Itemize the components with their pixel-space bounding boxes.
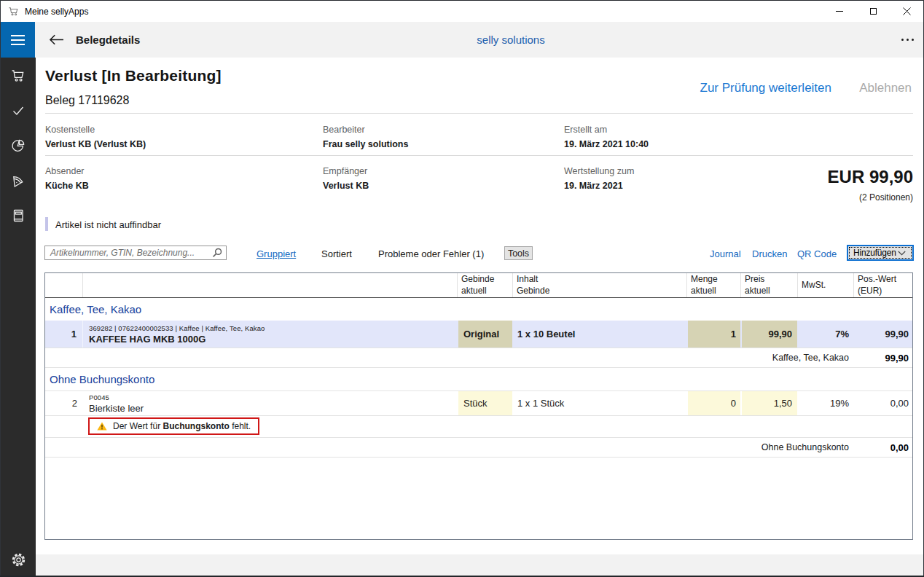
row-divider <box>45 457 912 458</box>
header-poswert: Pos.-Wert (EUR) <box>854 273 912 297</box>
divider <box>45 155 913 156</box>
close-button[interactable] <box>890 1 923 22</box>
window-border-left <box>0 0 1 577</box>
hamburger-button[interactable] <box>0 22 35 58</box>
sidebar-item-food[interactable] <box>1 163 36 198</box>
meta-label-wertstellung: Wertstellung zum <box>564 166 634 176</box>
forward-for-review-link[interactable]: Zur Prüfung weiterleiten <box>700 81 831 95</box>
row1-mwst: 7% <box>798 321 854 348</box>
table-row-1[interactable]: 1 369282 | 07622400002533 | Kaffee | Kaf… <box>45 321 912 348</box>
document-title: Verlust [In Bearbeitung] <box>45 67 222 85</box>
tools-button[interactable]: Tools <box>504 246 533 260</box>
meta-value-absender: Küche KB <box>45 181 89 191</box>
row1-article-name: KAFFEE HAG MKB 1000G <box>89 334 205 345</box>
meta-label-kostenstelle: Kostenstelle <box>45 125 95 135</box>
row2-article-name: Bierkiste leer <box>89 403 144 414</box>
cart-icon <box>10 68 26 84</box>
header-inhalt: Inhalt Gebinde <box>513 273 687 297</box>
row2-number: 2 <box>45 391 83 415</box>
qr-code-link[interactable]: QR Code <box>797 248 837 259</box>
warning-row: Der Wert für Buchungskonto fehlt. <box>45 416 912 437</box>
row2-menge[interactable]: 0 <box>687 391 741 415</box>
row2-inhalt: 1 x 1 Stück <box>513 391 687 415</box>
meta-value-bearbeiter: Frau selly solutions <box>323 139 408 149</box>
total-positions: (2 Positionen) <box>859 192 913 203</box>
back-button[interactable] <box>44 27 68 52</box>
app-window: Meine sellyApps Belegdetails selly solut… <box>0 0 924 577</box>
row2-gebinde[interactable]: Stück <box>458 391 513 415</box>
header-menge: Menge aktuell <box>687 273 741 297</box>
add-button[interactable]: Hinzufügen <box>847 245 914 261</box>
subtotal-label: Kaffee, Tee, Kakao <box>772 348 849 367</box>
meta-label-erstellt-am: Erstellt am <box>564 125 607 135</box>
sidebar-item-approve[interactable] <box>1 93 36 128</box>
search-input[interactable]: Artikelnummer, GTIN, Bezeichnung... <box>44 246 227 260</box>
sidebar-item-settings[interactable] <box>1 542 36 577</box>
meta-value-wertstellung: 19. März 2021 <box>564 181 623 191</box>
page-title: Belegdetails <box>76 22 140 58</box>
divider <box>45 113 913 114</box>
document-number: Beleg 17119628 <box>45 94 129 107</box>
header-article <box>83 273 458 297</box>
print-link[interactable]: Drucken <box>752 248 787 259</box>
nav-header: Belegdetails selly solutions <box>1 22 923 58</box>
row2-preis[interactable]: 1,50 <box>741 391 798 415</box>
journal-link[interactable]: Journal <box>710 248 741 259</box>
total-amount: EUR 99,90 <box>828 167 913 187</box>
subtotal-row-kaffee: Kaffee, Tee, Kakao 99,90 <box>45 348 912 367</box>
title-bar: Meine sellyApps <box>1 1 923 22</box>
header-rownum <box>45 273 83 297</box>
maximize-icon <box>870 8 877 15</box>
table-header-row: Gebinde aktuell Inhalt Gebinde Menge akt… <box>45 273 912 297</box>
hamburger-icon <box>11 35 25 36</box>
positions-table: Gebinde aktuell Inhalt Gebinde Menge akt… <box>44 272 913 540</box>
group-header-kaffee: Kaffee, Tee, Kakao <box>45 298 912 321</box>
meta-label-empfaenger: Empfänger <box>323 166 367 176</box>
ellipsis-icon <box>901 39 904 41</box>
note-text: Artikel ist nicht auffindbar <box>55 219 161 230</box>
meta-value-erstellt-am: 19. März 2021 10:40 <box>564 139 649 149</box>
sidebar-item-cart[interactable] <box>1 58 36 93</box>
header-gebinde: Gebinde aktuell <box>458 273 513 297</box>
meta-value-empfaenger: Verlust KB <box>323 181 369 191</box>
grouped-link[interactable]: Gruppiert <box>257 248 296 259</box>
reject-link[interactable]: Ablehnen <box>859 81 912 95</box>
book-icon <box>10 208 26 224</box>
search-icon[interactable] <box>208 248 226 258</box>
close-icon <box>903 7 911 15</box>
warning-icon <box>97 422 107 431</box>
row1-preis[interactable]: 99,90 <box>741 321 798 348</box>
row1-poswert: 99,90 <box>854 321 912 348</box>
row1-article: 369282 | 07622400002533 | Kaffee | Kaffe… <box>83 321 458 348</box>
header-preis: Preis aktuell <box>741 273 798 297</box>
row2-mwst: 19% <box>798 391 854 415</box>
window-title: Meine sellyApps <box>25 7 88 17</box>
row1-menge[interactable]: 1 <box>687 321 741 348</box>
warning-text: Der Wert für Buchungskonto fehlt. <box>113 421 251 431</box>
add-button-label: Hinzufügen <box>853 248 896 258</box>
sidebar <box>1 58 36 576</box>
minimize-button[interactable] <box>823 1 856 22</box>
app-name-title: selly solutions <box>409 22 613 58</box>
search-placeholder: Artikelnummer, GTIN, Bezeichnung... <box>45 248 208 258</box>
sorted-link[interactable]: Sortiert <box>321 248 352 259</box>
gear-icon <box>10 552 27 568</box>
group-header-ohne-buchungskonto: Ohne Buchungskonto <box>45 368 912 390</box>
window-border-top <box>0 0 924 1</box>
subtotal-value: 99,90 <box>885 348 909 367</box>
footer-bar <box>36 554 923 576</box>
problems-link[interactable]: Probleme oder Fehler (1) <box>378 248 484 259</box>
app-icon <box>7 6 19 17</box>
warning-box: Der Wert für Buchungskonto fehlt. <box>88 417 259 435</box>
row1-gebinde[interactable]: Original <box>458 321 513 348</box>
more-button[interactable] <box>901 22 914 58</box>
row1-inhalt: 1 x 10 Beutel <box>513 321 687 348</box>
pizza-slice-icon <box>10 173 26 189</box>
table-row-2[interactable]: 2 P0045 Bierkiste leer Stück 1 x 1 Stück… <box>45 391 912 415</box>
maximize-button[interactable] <box>856 1 890 22</box>
pie-chart-icon <box>10 138 26 154</box>
checkmark-icon <box>10 103 26 119</box>
sidebar-item-reports[interactable] <box>1 128 36 163</box>
sidebar-item-journal[interactable] <box>1 198 36 233</box>
row2-article: P0045 Bierkiste leer <box>83 391 458 415</box>
